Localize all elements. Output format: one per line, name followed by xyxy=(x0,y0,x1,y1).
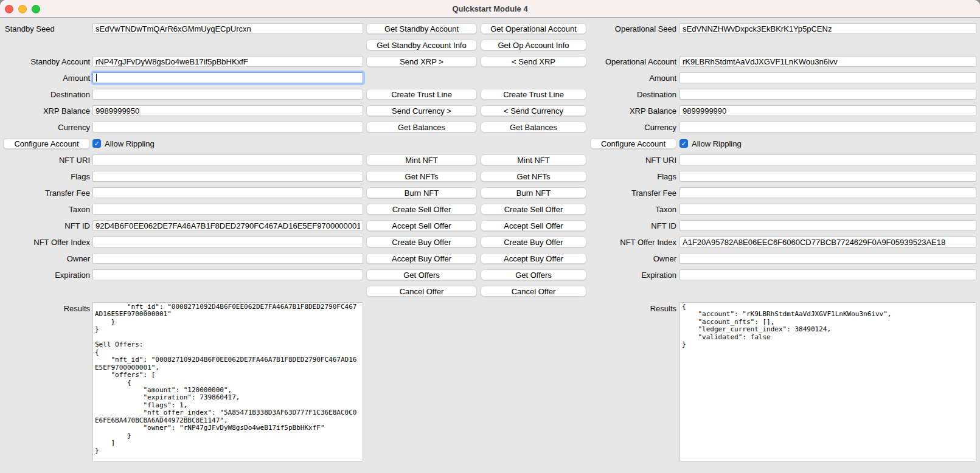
zoom-button[interactable] xyxy=(32,5,40,13)
standby-create-buy-offer-button[interactable]: Create Buy Offer xyxy=(366,236,477,247)
row-transfer-fee: Transfer Fee Burn NFT Burn NFT Transfer … xyxy=(0,187,980,198)
operational-nft-uri-input[interactable] xyxy=(679,154,976,165)
row-account: Standby Account Send XRP > < Send XRP Op… xyxy=(0,56,980,67)
operational-owner-input[interactable] xyxy=(679,253,976,264)
operational-amount-label: Amount xyxy=(649,74,676,83)
row-owner: Owner Accept Buy Offer Accept Buy Offer … xyxy=(0,253,980,264)
row-nft-offer-index: NFT Offer Index Create Buy Offer Create … xyxy=(0,236,980,247)
traffic-lights xyxy=(5,5,40,13)
standby-accept-sell-offer-button[interactable]: Accept Sell Offer xyxy=(366,220,477,231)
row-account-info: Get Standby Account Info Get Op Account … xyxy=(0,40,980,50)
send-xrp-left-button[interactable]: < Send XRP xyxy=(481,56,586,67)
standby-expiration-input[interactable] xyxy=(92,269,363,280)
standby-burn-nft-button[interactable]: Burn NFT xyxy=(366,187,477,198)
standby-results-label: Results xyxy=(64,304,90,313)
operational-results-label: Results xyxy=(650,304,676,313)
standby-results-textarea[interactable]: "nft_id": "0008271092D4B6F0EE062DE7FA46A… xyxy=(92,302,363,461)
operational-create-buy-offer-button[interactable]: Create Buy Offer xyxy=(481,236,586,247)
operational-mint-nft-button[interactable]: Mint NFT xyxy=(481,154,586,165)
close-button[interactable] xyxy=(5,5,13,13)
operational-flags-input[interactable] xyxy=(679,171,976,182)
standby-nft-offer-index-input[interactable] xyxy=(92,236,363,247)
standby-allow-rippling-checkbox[interactable] xyxy=(92,139,101,148)
get-standby-account-info-button[interactable]: Get Standby Account Info xyxy=(366,40,477,50)
standby-results-text: "nft_id": "0008271092D4B6F0EE062DE7FA46A… xyxy=(93,303,358,455)
operational-accept-buy-offer-button[interactable]: Accept Buy Offer xyxy=(481,253,586,264)
operational-nft-id-input[interactable] xyxy=(679,220,976,231)
operational-burn-nft-button[interactable]: Burn NFT xyxy=(481,187,586,198)
send-xrp-right-button[interactable]: Send XRP > xyxy=(366,56,477,67)
standby-xrp-balance-input[interactable] xyxy=(92,105,363,116)
operational-create-sell-offer-button[interactable]: Create Sell Offer xyxy=(481,204,586,215)
title-bar: Quickstart Module 4 xyxy=(0,0,980,18)
operational-currency-input[interactable] xyxy=(679,122,976,133)
standby-create-sell-offer-button[interactable]: Create Sell Offer xyxy=(366,204,477,215)
standby-mint-nft-button[interactable]: Mint NFT xyxy=(366,154,477,165)
operational-transfer-fee-input[interactable] xyxy=(679,187,976,198)
row-xrp-balance: XRP Balance Send Currency > < Send Curre… xyxy=(0,105,980,116)
row-destination: Destination Create Trust Line Create Tru… xyxy=(0,89,980,100)
operational-amount-input[interactable] xyxy=(679,72,976,83)
standby-expiration-label: Expiration xyxy=(55,271,90,280)
standby-owner-input[interactable] xyxy=(92,253,363,264)
row-cancel-offer: Cancel Offer Cancel Offer xyxy=(0,286,980,297)
operational-seed-input[interactable] xyxy=(679,23,976,34)
standby-create-trust-line-button[interactable]: Create Trust Line xyxy=(366,89,477,100)
operational-account-input[interactable] xyxy=(679,56,976,67)
standby-get-balances-button[interactable]: Get Balances xyxy=(366,122,477,133)
row-seed: Standby Seed Get Standby Account Get Ope… xyxy=(0,23,980,34)
standby-taxon-input[interactable] xyxy=(92,204,363,215)
row-configure: Configure Account Allow Rippling Configu… xyxy=(0,138,980,149)
standby-accept-buy-offer-button[interactable]: Accept Buy Offer xyxy=(366,253,477,264)
standby-transfer-fee-label: Transfer Fee xyxy=(45,188,90,198)
get-op-account-info-button[interactable]: Get Op Account Info xyxy=(481,40,586,50)
standby-taxon-label: Taxon xyxy=(69,205,90,214)
standby-nft-id-input[interactable] xyxy=(92,220,363,231)
standby-account-label: Standby Account xyxy=(30,57,90,66)
standby-get-offers-button[interactable]: Get Offers xyxy=(366,269,477,280)
operational-xrp-balance-input[interactable] xyxy=(679,105,976,116)
operational-seed-label: Operational Seed xyxy=(615,24,676,33)
operational-results-textarea[interactable]: { "account": "rK9LBRhStdmtAaVdJXGVF1LnKW… xyxy=(679,302,976,461)
operational-get-nfts-button[interactable]: Get NFTs xyxy=(481,171,586,182)
standby-configure-account-button[interactable]: Configure Account xyxy=(3,138,90,149)
window-title: Quickstart Module 4 xyxy=(452,4,527,13)
operational-get-offers-button[interactable]: Get Offers xyxy=(481,269,586,280)
operational-xrp-balance-label: XRP Balance xyxy=(630,106,676,116)
operational-get-balances-button[interactable]: Get Balances xyxy=(481,122,586,133)
send-currency-left-button[interactable]: < Send Currency xyxy=(481,105,586,116)
operational-create-trust-line-button[interactable]: Create Trust Line xyxy=(481,89,586,100)
minimize-button[interactable] xyxy=(18,5,27,13)
operational-allow-rippling-checkbox[interactable] xyxy=(679,139,688,148)
send-currency-right-button[interactable]: Send Currency > xyxy=(366,105,477,116)
standby-seed-input[interactable] xyxy=(92,23,363,34)
standby-destination-label: Destination xyxy=(50,90,90,99)
row-currency: Currency Get Balances Get Balances Curre… xyxy=(0,122,980,133)
standby-flags-input[interactable] xyxy=(92,171,363,182)
standby-xrp-balance-label: XRP Balance xyxy=(43,106,90,116)
operational-configure-account-button[interactable]: Configure Account xyxy=(590,138,676,149)
operational-taxon-input[interactable] xyxy=(679,204,976,215)
operational-cancel-offer-button[interactable]: Cancel Offer xyxy=(481,286,586,297)
standby-get-nfts-button[interactable]: Get NFTs xyxy=(366,171,477,182)
operational-expiration-input[interactable] xyxy=(679,269,976,280)
operational-destination-input[interactable] xyxy=(679,89,976,100)
operational-account-label: Operational Account xyxy=(605,57,676,66)
standby-destination-input[interactable] xyxy=(92,89,363,100)
standby-account-input[interactable] xyxy=(92,56,363,67)
standby-nft-uri-input[interactable] xyxy=(92,154,363,165)
standby-allow-rippling-label: Allow Rippling xyxy=(105,139,155,148)
operational-nft-offer-index-input[interactable] xyxy=(679,236,976,247)
operational-accept-sell-offer-button[interactable]: Accept Sell Offer xyxy=(481,220,586,231)
get-standby-account-button[interactable]: Get Standby Account xyxy=(366,23,477,34)
text-caret xyxy=(96,74,97,81)
standby-cancel-offer-button[interactable]: Cancel Offer xyxy=(366,286,477,297)
standby-owner-label: Owner xyxy=(67,254,90,263)
operational-owner-label: Owner xyxy=(653,254,676,263)
standby-currency-input[interactable] xyxy=(92,122,363,133)
row-nft-id: NFT ID Accept Sell Offer Accept Sell Off… xyxy=(0,220,980,231)
standby-amount-input[interactable] xyxy=(92,72,363,83)
operational-nft-id-label: NFT ID xyxy=(651,221,676,230)
standby-transfer-fee-input[interactable] xyxy=(92,187,363,198)
get-operational-account-button[interactable]: Get Operational Account xyxy=(481,23,586,34)
